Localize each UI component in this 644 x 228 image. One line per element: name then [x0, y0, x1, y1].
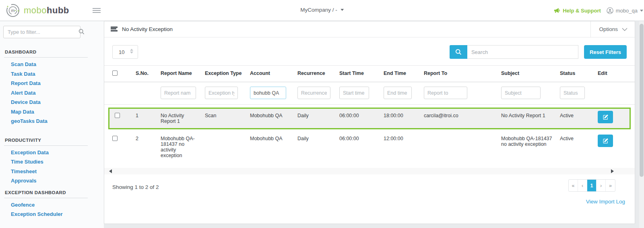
- cell-report-to: carcila@itroi.co: [421, 109, 498, 128]
- sidebar-item-scan-data[interactable]: Scan Data: [11, 58, 104, 67]
- cell-exception-type: Scan: [202, 109, 247, 128]
- horizontal-scrollbar[interactable]: [104, 168, 635, 174]
- megaphone-icon: [554, 8, 560, 13]
- cell-recurrence: Daily: [294, 109, 336, 128]
- cell-sno: 2: [132, 132, 157, 162]
- cell-exception-type: [202, 132, 247, 162]
- help-support-label: Help & Support: [563, 8, 601, 14]
- filter-report-to-input[interactable]: [424, 87, 467, 99]
- sidebar-filter-input[interactable]: [3, 26, 80, 38]
- username-label: mobo_qa: [616, 8, 638, 14]
- column-header-report-name[interactable]: Report Name: [157, 66, 202, 82]
- pagination-first-button[interactable]: «: [569, 180, 578, 191]
- column-header-edit[interactable]: Edit: [594, 66, 635, 82]
- sidebar-item-report-data[interactable]: Report Data: [11, 77, 104, 86]
- page-size-value: 10: [119, 49, 124, 55]
- main-panel: No Activity Exception Options 10 Reset F…: [104, 21, 635, 224]
- edit-row-button[interactable]: [598, 111, 613, 123]
- column-header-status[interactable]: Status: [557, 66, 594, 82]
- sidebar-item-approvals[interactable]: Approvals: [11, 174, 104, 184]
- column-header-account[interactable]: Account: [247, 66, 294, 82]
- scroll-right-icon[interactable]: [611, 169, 614, 173]
- search-icon: [78, 29, 85, 35]
- cell-start-time: 06:00:00: [336, 109, 380, 128]
- column-header-exception-type[interactable]: Exception Type: [202, 66, 247, 82]
- filter-account-input[interactable]: [250, 87, 286, 99]
- view-import-log-link[interactable]: View Import Log: [586, 199, 625, 205]
- reset-filters-button[interactable]: Reset Filters: [584, 45, 627, 59]
- search-button[interactable]: [450, 45, 467, 59]
- row-checkbox[interactable]: [112, 136, 118, 141]
- edit-row-button[interactable]: [598, 135, 613, 147]
- column-header-sno[interactable]: S.No.: [132, 66, 157, 82]
- filter-status-input[interactable]: [560, 87, 585, 99]
- help-support-link[interactable]: Help & Support: [554, 8, 601, 14]
- edit-pencil-icon: [603, 114, 609, 120]
- column-header-start-time[interactable]: Start Time: [336, 66, 380, 82]
- table-row[interactable]: 1 No Activity Report 1 Scan Mobohubb QA …: [108, 108, 631, 129]
- filter-report-name-input[interactable]: [161, 87, 196, 99]
- column-header-subject[interactable]: Subject: [498, 66, 557, 82]
- chevron-down-icon: [341, 9, 344, 11]
- sidebar-section-dashboard: DASHBOARD: [5, 50, 97, 54]
- filter-end-time-input[interactable]: [384, 87, 412, 99]
- table-header-row: S.No. Report Name Exception Type Account…: [104, 65, 635, 82]
- table-body: 1 No Activity Report 1 Scan Mobohubb QA …: [104, 108, 635, 162]
- brand-logo[interactable]: m mobohubb: [6, 3, 69, 18]
- cell-sno: 1: [132, 109, 157, 128]
- sidebar-item-exception-data[interactable]: Exception Data: [11, 146, 104, 155]
- sidebar-item-exception-scheduler[interactable]: Exception Scheduler: [11, 207, 104, 217]
- cell-end-time: 12:00:00: [380, 132, 421, 162]
- hamburger-menu-icon[interactable]: [93, 7, 101, 14]
- cell-status: Active: [557, 132, 594, 162]
- pagination-last-button[interactable]: »: [606, 180, 615, 191]
- cell-report-name: No Activity Report 1: [157, 109, 202, 128]
- pagination-next-button[interactable]: ›: [597, 180, 606, 191]
- filter-subject-input[interactable]: [501, 87, 541, 99]
- cell-subject: Mobohubb QA-181437 no activity exception: [498, 132, 557, 162]
- table-row[interactable]: 2 Mobohubb QA-181437 no activity excepti…: [104, 132, 635, 162]
- sidebar-item-geofence[interactable]: Geofence: [11, 198, 104, 208]
- search-input[interactable]: [467, 45, 578, 59]
- column-header-recurrence[interactable]: Recurrence: [294, 66, 336, 82]
- cell-report-to: [421, 132, 498, 162]
- cell-end-time: 18:00:00: [380, 109, 421, 128]
- page-size-select[interactable]: 10: [112, 45, 138, 59]
- cell-report-name: Mobohubb QA-181437 no activity exception: [157, 132, 202, 162]
- sidebar-item-task-data[interactable]: Task Data: [11, 67, 104, 77]
- pagination-prev-button[interactable]: ‹: [578, 180, 587, 191]
- pagination-page-1-button[interactable]: 1: [587, 180, 597, 191]
- pagination: « ‹ 1 › »: [568, 179, 615, 192]
- chevron-down-icon: [622, 28, 627, 31]
- sidebar-item-map-data[interactable]: Map Data: [11, 105, 104, 115]
- column-header-end-time[interactable]: End Time: [380, 66, 421, 82]
- row-checkbox[interactable]: [115, 113, 120, 118]
- scroll-left-icon[interactable]: [109, 169, 112, 173]
- sidebar-item-device-data[interactable]: Device Data: [11, 95, 104, 105]
- vertical-scrollbar-thumb[interactable]: [640, 24, 644, 177]
- sidebar-item-geotasks-data[interactable]: geoTasks Data: [11, 114, 104, 124]
- select-all-checkbox[interactable]: [112, 70, 118, 76]
- edit-pencil-icon: [603, 138, 609, 144]
- options-dropdown[interactable]: Options: [590, 21, 635, 37]
- filter-start-time-input[interactable]: [339, 87, 369, 99]
- filter-recurrence-input[interactable]: [297, 87, 330, 99]
- sidebar-item-alert-data[interactable]: Alert Data: [11, 86, 104, 96]
- sidebar-item-time-studies[interactable]: Time Studies: [11, 155, 104, 165]
- cell-status: Active: [557, 109, 594, 128]
- spinner-arrows-icon: [130, 49, 133, 54]
- filter-exception-type-input[interactable]: [205, 87, 238, 99]
- top-bar: m mobohubb MyCompany / - Help & Support …: [0, 0, 644, 21]
- cell-start-time: 06:00:00: [336, 132, 380, 162]
- page-title: No Activity Exception: [122, 26, 173, 32]
- chevron-down-icon: [640, 10, 643, 12]
- user-menu[interactable]: mobo_qa: [607, 7, 643, 14]
- vertical-scrollbar[interactable]: [639, 21, 644, 228]
- company-selector[interactable]: MyCompany / -: [300, 7, 344, 13]
- sidebar-item-timesheet[interactable]: Timesheet: [11, 165, 104, 174]
- user-avatar-icon: [607, 7, 613, 14]
- column-header-report-to[interactable]: Report To: [421, 66, 498, 82]
- cell-account: Mobohubb QA: [247, 132, 294, 162]
- search-icon: [455, 49, 462, 55]
- brand-name: mobohubb: [24, 5, 69, 16]
